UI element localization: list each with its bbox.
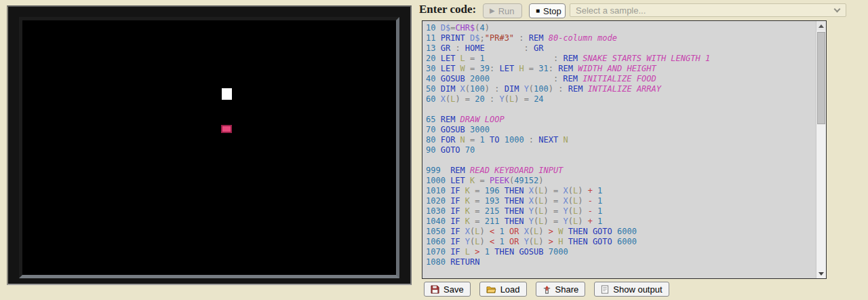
play-icon: ▶ (490, 7, 495, 14)
code-lines[interactable]: 10 D$=CHR$(4)11 PRINT D$;"PR#3" : REM 80… (422, 21, 816, 278)
code-line: 1070 IF L > 1 THEN GOSUB 7000 (426, 247, 816, 257)
code-line (426, 155, 816, 166)
code-line: 1060 IF Y(L) < 1 OR Y(L) > H THEN GOTO 6… (426, 237, 816, 247)
stop-button-label: Stop (543, 6, 561, 16)
stop-button[interactable]: ■ Stop (529, 3, 566, 18)
code-line: 1050 IF X(L) < 1 OR X(L) > W THEN GOTO 6… (426, 227, 816, 237)
code-line: 1000 LET K = PEEK(49152) (426, 176, 816, 186)
scroll-up-button[interactable] (816, 21, 826, 31)
show-output-button-label: Show output (613, 284, 662, 295)
show-output-button[interactable]: Show output (594, 282, 669, 297)
code-line: 20 LET L = 1 : REM SNAKE STARTS WITH LEN… (426, 54, 816, 64)
scroll-down-icon (818, 272, 824, 276)
page: { "toolbar": { "enter_code_label": "Ente… (0, 0, 868, 300)
code-line: 90 GOTO 70 (426, 145, 816, 155)
save-button-label: Save (443, 284, 464, 295)
folder-open-icon (486, 285, 496, 294)
load-button-label: Load (500, 284, 520, 295)
code-editor[interactable]: 10 D$=CHR$(4)11 PRINT D$;"PR#3" : REM 80… (422, 20, 827, 279)
load-button[interactable]: Load (479, 282, 527, 297)
chevron-down-icon (834, 6, 841, 13)
code-line: 11 PRINT D$;"PR#3" : REM 80-column mode (426, 33, 816, 43)
editor-scrollbar[interactable] (816, 21, 826, 278)
code-line (426, 267, 816, 278)
document-icon (601, 285, 609, 294)
scroll-down-button[interactable] (816, 269, 826, 278)
stop-square-icon: ■ (536, 7, 540, 14)
share-button[interactable]: Share (536, 282, 586, 297)
snake-head-block (222, 88, 232, 100)
sample-select-value: Select a sample... (576, 5, 646, 16)
code-line: 30 LET W = 39: LET H = 31: REM WIDTH AND… (426, 64, 816, 74)
code-line: 1999 REM GENERATE RANDOM FOOD (426, 278, 816, 278)
code-line: 40 GOSUB 2000 : REM INITIALIZE FOOD (426, 74, 816, 84)
code-line: 80 FOR N = 1 TO 1000 : NEXT N (426, 135, 816, 145)
monitor-bezel (7, 5, 412, 285)
save-button[interactable]: Save (424, 282, 471, 297)
code-line: 999 REM READ KEYBOARD INPUT (426, 166, 816, 176)
scroll-up-icon (818, 24, 824, 28)
code-line: 70 GOSUB 3000 (426, 125, 816, 135)
code-line: 50 DIM X(100) : DIM Y(100) : REM INTIALI… (426, 84, 816, 94)
run-button[interactable]: ▶ Run (483, 3, 522, 18)
sample-select[interactable]: Select a sample... (570, 3, 846, 17)
scrollbar-thumb[interactable] (817, 32, 825, 124)
code-line: 10 D$=CHR$(4) (426, 23, 816, 33)
code-line: 1010 IF K = 196 THEN X(L) = X(L) + 1 (426, 186, 816, 196)
action-bar: Save Load Share Show output (424, 282, 669, 297)
code-line: 1020 IF K = 193 THEN X(L) = X(L) - 1 (426, 196, 816, 206)
run-button-label: Run (498, 6, 515, 16)
code-line: 1080 RETURN (426, 257, 816, 267)
code-line: 1030 IF K = 215 THEN Y(L) = Y(L) - 1 (426, 206, 816, 217)
code-line: 13 GR : HOME : GR (426, 43, 816, 54)
food-block (221, 125, 232, 133)
code-line: 1040 IF K = 211 THEN Y(L) = Y(L) + 1 (426, 217, 816, 227)
share-button-label: Share (555, 284, 579, 295)
code-line: 60 X(L) = 20 : Y(L) = 24 (426, 94, 816, 105)
graphics-screen (19, 17, 399, 278)
save-icon (431, 285, 439, 294)
code-line (426, 105, 816, 115)
enter-code-label: Enter code: (419, 3, 476, 16)
code-line: 65 REM DRAW LOOP (426, 115, 816, 125)
share-icon (542, 285, 551, 294)
